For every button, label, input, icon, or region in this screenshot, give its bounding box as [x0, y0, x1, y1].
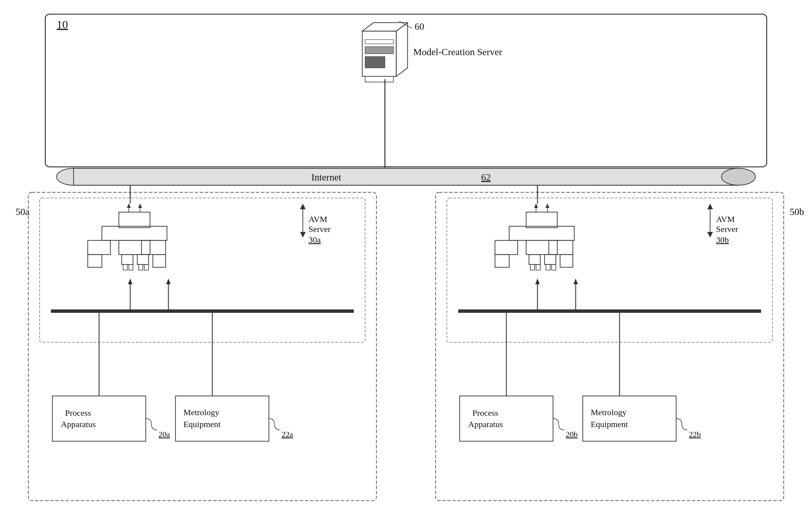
internet-id-label: 62 — [481, 172, 491, 182]
metrology-equipment-b-id: 22b — [689, 430, 701, 439]
svg-rect-79 — [460, 396, 553, 441]
avm-server-a-label2: Server — [309, 224, 330, 234]
svg-rect-48 — [175, 396, 269, 441]
metrology-equipment-b-line2: Equipment — [591, 420, 628, 429]
metrology-equipment-a-line1: Metrology — [183, 407, 219, 417]
svg-rect-71 — [458, 309, 761, 313]
svg-rect-12 — [74, 168, 738, 185]
svg-point-13 — [721, 168, 755, 185]
svg-rect-47 — [52, 396, 146, 441]
site-a-label: 50a — [16, 207, 29, 217]
site-b-label: 50b — [790, 207, 804, 217]
metrology-equipment-a-line2: Equipment — [183, 420, 221, 429]
metrology-equipment-a-id: 22a — [282, 430, 293, 439]
server-id-label: 60 — [415, 21, 424, 32]
process-apparatus-a-id: 20a — [158, 430, 170, 439]
avm-server-b-id: 30b — [716, 235, 729, 244]
outer-box-label: 10 — [57, 18, 68, 31]
internet-label: Internet — [311, 172, 341, 182]
process-apparatus-a-line2: Apparatus — [61, 420, 96, 429]
avm-server-b-label: AVM — [716, 214, 735, 224]
svg-rect-7 — [365, 57, 385, 68]
svg-rect-80 — [583, 396, 676, 441]
process-apparatus-b-id: 20b — [566, 430, 578, 439]
metrology-equipment-b-line1: Metrology — [591, 407, 627, 417]
avm-server-b-label2: Server — [716, 224, 738, 234]
svg-rect-6 — [365, 47, 394, 54]
process-apparatus-b-line2: Apparatus — [468, 420, 503, 429]
avm-server-a-id: 30a — [309, 235, 321, 244]
avm-server-a-label: AVM — [309, 214, 327, 224]
process-apparatus-b-line1: Process — [472, 408, 498, 418]
svg-rect-39 — [51, 309, 354, 313]
model-creation-server-label: Model-Creation Server — [413, 47, 502, 57]
process-apparatus-a-line1: Process — [65, 408, 91, 418]
